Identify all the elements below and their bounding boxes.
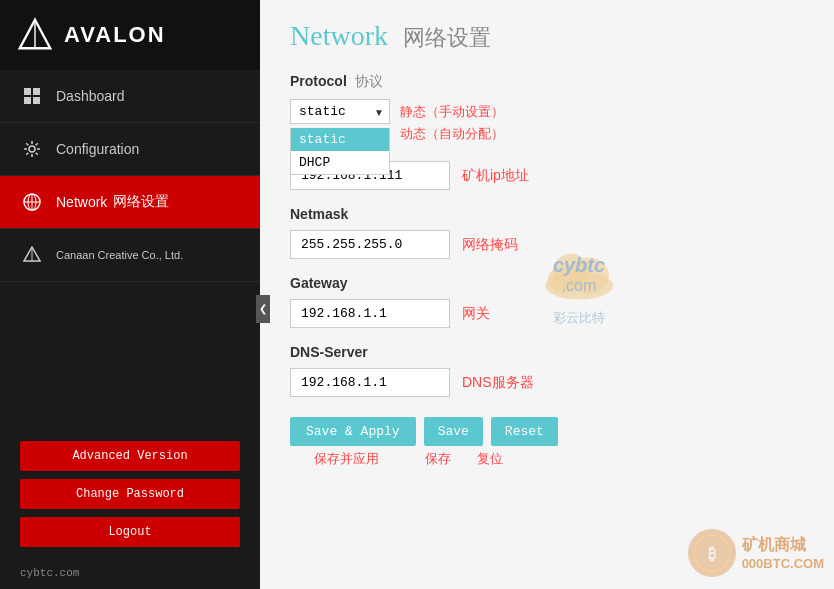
netmask-label: Netmask — [290, 206, 804, 222]
protocol-label-cn: 协议 — [355, 73, 383, 89]
save-button[interactable]: Save — [424, 417, 483, 446]
watermark-shop-cn: 矿机商城 — [742, 535, 824, 556]
gateway-label: Gateway — [290, 275, 804, 291]
protocol-section: Protocol 协议 static DHCP ▼ static DHCP — [290, 73, 804, 145]
canaan-label: Canaan Creative Co., Ltd. — [56, 249, 183, 261]
sidebar-nav: Dashboard Configuration Ne — [0, 70, 260, 431]
sidebar-buttons: Advanced Version Change Password Logout — [0, 431, 260, 557]
netmask-row: 网络掩码 — [290, 230, 804, 259]
watermark-url: 000BTC.COM — [742, 556, 824, 571]
logout-button[interactable]: Logout — [20, 517, 240, 547]
logo-area: AVALON — [0, 0, 260, 70]
dns-label-en: DNS-Server — [290, 344, 368, 360]
sidebar-collapse-handle[interactable]: ❮ — [256, 295, 270, 323]
svg-rect-3 — [24, 88, 31, 95]
page-title-en: Network — [290, 20, 388, 51]
main-content: Network 网络设置 Protocol 协议 static DHCP ▼ s… — [260, 0, 834, 589]
sidebar-item-dashboard[interactable]: Dashboard — [0, 70, 260, 123]
page-title: Network 网络设置 — [290, 20, 804, 53]
avalon-logo-icon — [16, 16, 54, 54]
protocol-descriptions: 静态（手动设置） 动态（自动分配） — [400, 99, 504, 145]
configuration-label: Configuration — [56, 141, 139, 157]
save-apply-button[interactable]: Save & Apply — [290, 417, 416, 446]
protocol-option-dhcp[interactable]: DHCP — [291, 151, 389, 174]
protocol-option-static[interactable]: static — [291, 128, 389, 151]
protocol-select[interactable]: static DHCP — [290, 99, 390, 124]
configuration-icon — [20, 137, 44, 161]
sidebar: AVALON Dashboard Conf — [0, 0, 260, 589]
change-password-button[interactable]: Change Password — [20, 479, 240, 509]
button-cn-labels: 保存并应用 保存 复位 — [290, 450, 804, 468]
protocol-desc-dhcp: 动态（自动分配） — [400, 123, 504, 145]
logo-text: AVALON — [64, 22, 166, 48]
protocol-label: Protocol 协议 — [290, 73, 804, 91]
save-cn-label: 保存 — [414, 450, 462, 468]
reset-cn-label: 复位 — [470, 450, 510, 468]
dashboard-icon — [20, 84, 44, 108]
protocol-dropdown-wrapper: static DHCP ▼ static DHCP — [290, 99, 390, 128]
sidebar-item-canaan[interactable]: Canaan Creative Co., Ltd. — [0, 229, 260, 282]
svg-rect-5 — [24, 97, 31, 104]
svg-text:₿: ₿ — [708, 545, 716, 562]
network-label-cn: 网络设置 — [113, 193, 169, 211]
sidebar-footer: cybtc.com — [0, 557, 260, 589]
action-buttons: Save & Apply Save Reset — [290, 417, 804, 446]
protocol-desc-static: 静态（手动设置） — [400, 101, 504, 123]
network-label-en: Network — [56, 194, 107, 210]
protocol-dropdown-open: static DHCP — [290, 128, 390, 175]
dns-input[interactable] — [290, 368, 450, 397]
ip-description: 矿机ip地址 — [462, 167, 529, 185]
advanced-version-button[interactable]: Advanced Version — [20, 441, 240, 471]
dns-label: DNS-Server — [290, 344, 804, 360]
canaan-icon — [20, 243, 44, 267]
gateway-row: 网关 — [290, 299, 804, 328]
dns-row: DNS服务器 — [290, 368, 804, 397]
protocol-select-trigger[interactable]: static DHCP ▼ — [290, 99, 390, 124]
svg-rect-4 — [33, 88, 40, 95]
dashboard-label: Dashboard — [56, 88, 125, 104]
bottom-watermark: ₿ 矿机商城 000BTC.COM — [686, 527, 824, 579]
svg-point-7 — [29, 146, 35, 152]
save-apply-cn-label: 保存并应用 — [290, 450, 402, 468]
svg-rect-6 — [33, 97, 40, 104]
dns-section: DNS-Server DNS服务器 — [290, 344, 804, 397]
watermark-text-block: 矿机商城 000BTC.COM — [742, 535, 824, 571]
gateway-section: Gateway 网关 — [290, 275, 804, 328]
sidebar-item-network[interactable]: Network 网络设置 — [0, 176, 260, 229]
gateway-label-en: Gateway — [290, 275, 348, 291]
netmask-label-en: Netmask — [290, 206, 348, 222]
coin-icon: ₿ — [686, 527, 738, 579]
netmask-section: Netmask 网络掩码 — [290, 206, 804, 259]
gateway-description: 网关 — [462, 305, 490, 323]
protocol-label-en: Protocol — [290, 73, 347, 89]
gateway-input[interactable] — [290, 299, 450, 328]
network-icon — [20, 190, 44, 214]
sidebar-item-configuration[interactable]: Configuration — [0, 123, 260, 176]
protocol-row: static DHCP ▼ static DHCP 静态（手动设置） 动态（自动… — [290, 99, 804, 145]
reset-button[interactable]: Reset — [491, 417, 558, 446]
page-title-cn: 网络设置 — [403, 25, 491, 50]
sidebar-footer-text: cybtc.com — [20, 567, 79, 579]
netmask-input[interactable] — [290, 230, 450, 259]
dns-description: DNS服务器 — [462, 374, 534, 392]
netmask-description: 网络掩码 — [462, 236, 518, 254]
